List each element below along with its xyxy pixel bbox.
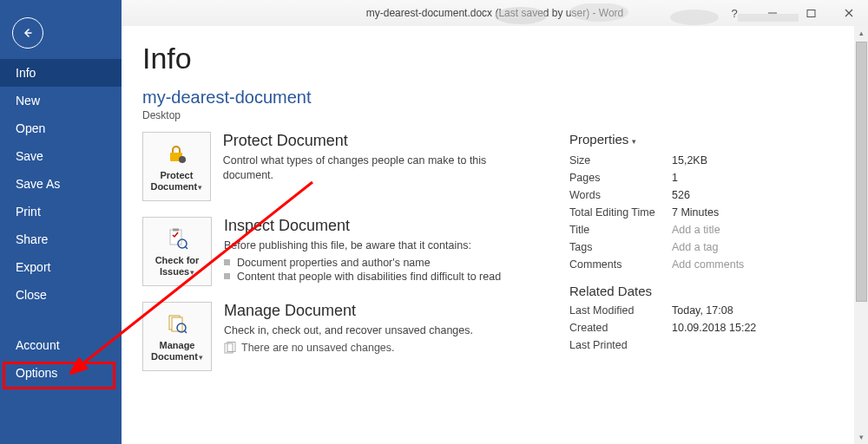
scroll-thumb[interactable] xyxy=(856,42,867,302)
inspect-item: Document properties and author's name xyxy=(224,257,501,269)
sidebar-item-saveas[interactable]: Save As xyxy=(0,170,122,198)
sidebar-item-close[interactable]: Close xyxy=(0,281,122,309)
vertical-scrollbar[interactable]: ▴ ▾ xyxy=(854,26,868,444)
svg-line-12 xyxy=(185,246,187,249)
sidebar-item-open[interactable]: Open xyxy=(0,114,122,142)
sidebar-item-print[interactable]: Print xyxy=(0,198,122,225)
scroll-up-arrow[interactable]: ▴ xyxy=(854,26,868,40)
unsaved-none-icon xyxy=(224,342,236,354)
prop-row-editingtime: Total Editing Time7 Minutes xyxy=(569,204,847,221)
document-check-icon xyxy=(166,225,188,251)
sidebar-item-info[interactable]: Info xyxy=(0,59,122,87)
main-area: my-dearest-document.docx (Last saved by … xyxy=(122,0,868,444)
prop-row-modified: Last ModifiedToday, 17:08 xyxy=(569,302,847,319)
svg-rect-9 xyxy=(170,230,181,245)
backstage-sidebar: Info New Open Save Save As Print Share E… xyxy=(0,0,122,444)
prop-row-size: Size15,2KB xyxy=(569,152,847,169)
help-button[interactable]: ? xyxy=(715,0,753,26)
prop-row-lastprinted: Last Printed xyxy=(569,336,847,354)
svg-rect-5 xyxy=(807,10,815,16)
manage-heading: Manage Document xyxy=(224,302,473,320)
svg-line-16 xyxy=(184,330,187,333)
sidebar-item-account[interactable]: Account xyxy=(0,331,122,359)
prop-row-words: Words526 xyxy=(569,186,847,204)
inspect-desc: Before publishing this file, be aware th… xyxy=(224,238,501,253)
prop-row-tags: TagsAdd a tag xyxy=(569,238,847,256)
protect-desc: Control what types of changes people can… xyxy=(223,153,535,183)
prop-row-comments: CommentsAdd comments xyxy=(569,256,847,273)
manage-document-button[interactable]: Manage Document▾ xyxy=(142,302,212,371)
manage-document-icon xyxy=(166,310,188,336)
sidebar-item-new[interactable]: New xyxy=(0,87,122,114)
svg-point-1 xyxy=(569,3,628,22)
scroll-down-arrow[interactable]: ▾ xyxy=(854,430,868,444)
sidebar-item-options[interactable]: Options xyxy=(0,359,122,387)
document-name: my-dearest-document xyxy=(142,88,847,108)
minimize-button[interactable] xyxy=(753,0,792,26)
document-location: Desktop xyxy=(142,109,847,121)
protect-document-button[interactable]: Protect Document▾ xyxy=(142,132,211,201)
svg-rect-10 xyxy=(173,229,179,232)
inspect-item: Content that people with disabilities fi… xyxy=(224,271,501,283)
svg-point-2 xyxy=(670,10,719,25)
protect-heading: Protect Document xyxy=(223,132,535,150)
prop-row-created: Created10.09.2018 15:22 xyxy=(569,319,847,336)
lock-icon xyxy=(165,140,187,166)
check-issues-button[interactable]: Check for Issues▾ xyxy=(142,217,212,286)
manage-desc: Check in, check out, and recover unsaved… xyxy=(224,323,473,338)
properties-header[interactable]: Properties ▾ xyxy=(569,132,847,147)
svg-rect-8 xyxy=(181,160,186,161)
back-button[interactable] xyxy=(12,17,43,49)
related-dates-header: Related Dates xyxy=(569,284,847,298)
sidebar-item-save[interactable]: Save xyxy=(0,142,122,170)
prop-row-title: TitleAdd a title xyxy=(569,221,847,238)
maximize-button[interactable] xyxy=(792,0,830,26)
titlebar: my-dearest-document.docx (Last saved by … xyxy=(122,0,868,26)
manage-nochange-text: There are no unsaved changes. xyxy=(241,342,395,354)
sidebar-item-share[interactable]: Share xyxy=(0,225,122,253)
sidebar-item-export[interactable]: Export xyxy=(0,253,122,281)
page-title: Info xyxy=(142,42,847,75)
prop-row-pages: Pages1 xyxy=(569,169,847,186)
close-button[interactable] xyxy=(830,0,868,26)
svg-point-0 xyxy=(495,7,547,24)
inspect-heading: Inspect Document xyxy=(224,217,501,235)
